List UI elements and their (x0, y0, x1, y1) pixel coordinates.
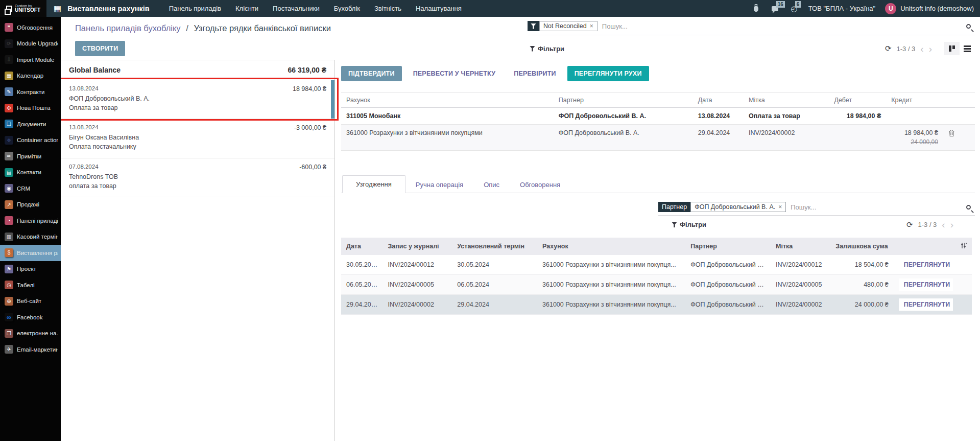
sidebar-item-calendar[interactable]: ▦Календар (0, 68, 61, 84)
sidebar-item-sales[interactable]: ↗Продажі (0, 197, 61, 213)
messages-badge: 16 (776, 1, 785, 8)
statement-line-selected[interactable]: 13.08.2024 18 984,00 ₴ ФОП Добровольськи… (61, 80, 334, 119)
sidebar-item-notes[interactable]: ✏Примітки (0, 148, 61, 165)
mcol-journal-entry[interactable]: Запис у журналі (383, 238, 452, 255)
timesheets-icon: ◷ (5, 281, 13, 289)
match-refresh-icon[interactable]: ⟳ (906, 220, 913, 229)
tab-description[interactable]: Опис (473, 176, 510, 193)
sidebar-item-crm[interactable]: ◉CRM (0, 180, 61, 197)
refresh-icon[interactable]: ⟳ (885, 44, 892, 53)
pager-prev-icon[interactable]: ‹ (920, 44, 923, 54)
view-moves-button[interactable]: ПЕРЕГЛЯНУТИ РУХИ (567, 66, 649, 81)
sidebar-item-contracts[interactable]: ✎Контракти (0, 84, 61, 100)
documents-icon: ❏ (5, 120, 13, 128)
sidebar-item-invoicing[interactable]: $Виставлення ра... (0, 245, 61, 261)
mcol-account[interactable]: Рахунок (537, 238, 685, 255)
statement-line[interactable]: 13.08.2024 -3 000,00 ₴ Бігун Оксана Васи… (61, 119, 334, 158)
sidebar-item-dashboards[interactable]: ◔Панелі приладів (0, 213, 61, 229)
to-draft-button[interactable]: ПЕРЕВЕСТИ У ЧЕРНЕТКУ (406, 66, 503, 81)
view-button[interactable]: ПЕРЕГЛЯНУТИ (899, 259, 953, 271)
sidebar-item-project[interactable]: ⚑Проект (0, 261, 61, 277)
matching-row-selected[interactable]: 29.04.2024 INV/2024/00002 29.04.2024 361… (341, 295, 972, 315)
tab-discussion[interactable]: Обговорення (510, 176, 570, 193)
view-button[interactable]: ПЕРЕГЛЯНУТИ (899, 298, 953, 311)
matching-row[interactable]: 06.05.2024 INV/2024/00005 06.05.2024 361… (341, 275, 972, 295)
reconciliation-widget: ПІДТВЕРДИТИ ПЕРЕВЕСТИ У ЧЕРНЕТКУ ПЕРЕВІР… (335, 60, 980, 441)
facet-partner-remove-icon[interactable]: × (778, 203, 782, 211)
activities-clock-icon[interactable]: ◴ 6 (790, 4, 799, 13)
debug-bug-icon[interactable] (752, 4, 761, 13)
unitsoft-logo[interactable]: Custom by UNITSOFT (0, 0, 46, 17)
col-date: Дата (693, 93, 744, 108)
tab-reconcile[interactable]: Узгодження (342, 175, 405, 193)
messages-icon[interactable]: 16 (771, 4, 780, 13)
menu-vendors[interactable]: Постачальники (273, 5, 320, 12)
contracts-icon: ✎ (5, 87, 13, 96)
menu-settings[interactable]: Налаштування (416, 5, 462, 12)
match-search-placeholder[interactable]: Пошук... (791, 203, 966, 211)
global-balance-label: Global Balance (69, 66, 121, 74)
mcol-date[interactable]: Дата (341, 238, 383, 255)
sidebar-item-timesheets[interactable]: ◷Табелі (0, 277, 61, 293)
validate-button[interactable]: ПІДТВЕРДИТИ (341, 66, 402, 81)
sidebar-item-container-actions[interactable]: ❖Container actions (0, 132, 61, 149)
sidebar-item-email-marketing[interactable]: ✈Email-маркетинг (0, 341, 61, 358)
liquidity-line-row[interactable]: 311005 Монобанк ФОП Добровольський В. А.… (341, 108, 975, 125)
create-button[interactable]: СТВОРИТИ (75, 41, 125, 56)
matching-row[interactable]: 30.05.2024 INV/2024/00012 30.05.2024 361… (341, 255, 972, 275)
facet-remove-icon[interactable]: × (590, 22, 593, 30)
global-balance-amount: 66 319,00 ₴ (288, 66, 326, 74)
sidebar-item-import-module[interactable]: ⇩Import Module (0, 52, 61, 68)
statement-line[interactable]: 07.08.2024 -600,00 ₴ TehnoDrons ТОВ опла… (61, 158, 334, 197)
match-filters-dropdown[interactable]: Фільтри (672, 221, 706, 228)
col-partner: Партнер (554, 93, 693, 108)
sidebar-item-discuss[interactable]: ❞Обговорення (0, 19, 61, 36)
mcol-label[interactable]: Мітка (771, 238, 830, 255)
match-pager-next-icon[interactable]: › (950, 220, 953, 229)
check-button[interactable]: ПЕРЕВІРИТИ (507, 66, 563, 81)
nova-poshta-icon: ✣ (5, 104, 13, 112)
search-placeholder[interactable]: Пошук... (602, 22, 966, 30)
apps-grid-icon[interactable]: ▦ (54, 4, 61, 13)
sidebar-item-elearning[interactable]: ❐електронне на... (0, 326, 61, 342)
list-view-toggle[interactable] (960, 42, 975, 55)
mcol-due-date[interactable]: Установлений термін (452, 238, 537, 255)
pos-icon: ▥ (5, 233, 13, 241)
company-switcher[interactable]: ТОВ "БПЛА - Україна" (808, 5, 875, 12)
search-icon[interactable] (966, 24, 971, 29)
dashboards-icon: ◔ (5, 216, 13, 225)
menu-accounting[interactable]: Бухоблік (334, 5, 360, 12)
sidebar-item-facebook[interactable]: ∞Facebook (0, 309, 61, 326)
contacts-icon: ▤ (5, 168, 13, 177)
match-search-icon[interactable] (966, 205, 971, 210)
sidebar-item-contacts[interactable]: ▤Контакти (0, 165, 61, 181)
kanban-view-toggle[interactable] (944, 42, 960, 55)
sidebar-item-module-upgrade[interactable]: ⟳Module Upgrade (0, 36, 61, 52)
view-button[interactable]: ПЕРЕГЛЯНУТИ (899, 278, 953, 291)
match-pager-prev-icon[interactable]: ‹ (942, 220, 945, 229)
mcol-residual[interactable]: Залишкова сума (830, 238, 894, 255)
menu-reporting[interactable]: Звітність (374, 5, 401, 12)
top-navbar: Custom by UNITSOFT ▦ Виставлення рахункі… (0, 0, 980, 17)
match-search-bar[interactable]: Партнер ФОП Добровольський В. А. × Пошук… (658, 202, 975, 216)
notebook-tabs: Узгодження Ручна операція Опис Обговорен… (341, 175, 975, 193)
sidebar-item-nova-poshta[interactable]: ✣Нова Пошта (0, 100, 61, 117)
tab-manual-operation[interactable]: Ручна операція (405, 176, 473, 193)
sidebar-item-documents[interactable]: ❏Документи (0, 116, 61, 132)
mcol-partner[interactable]: Партнер (685, 238, 771, 255)
sidebar-item-website[interactable]: ⊕Веб-сайт (0, 293, 61, 310)
user-menu[interactable]: U Unitsoft info (demoshow) (885, 3, 974, 14)
pager-next-icon[interactable]: › (929, 44, 932, 54)
top-search-bar[interactable]: Not Reconciled × Пошук... (528, 21, 975, 35)
notes-icon: ✏ (5, 152, 13, 160)
filters-dropdown[interactable]: Фільтри (530, 45, 564, 53)
delete-line-icon[interactable] (943, 125, 975, 151)
activities-badge: 6 (795, 1, 801, 8)
optional-columns-icon[interactable] (960, 242, 967, 250)
breadcrumb-link[interactable]: Панель приладів бухобліку (75, 24, 181, 33)
menu-customers[interactable]: Клієнти (235, 5, 258, 12)
menu-dashboard[interactable]: Панель приладів (169, 5, 221, 12)
counterpart-line-row[interactable]: 361000 Розрахунки з вітчизняними покупця… (341, 125, 975, 151)
sidebar-item-pos[interactable]: ▥Касовий термін... (0, 229, 61, 245)
current-app-name[interactable]: Виставлення рахунків (67, 5, 150, 13)
